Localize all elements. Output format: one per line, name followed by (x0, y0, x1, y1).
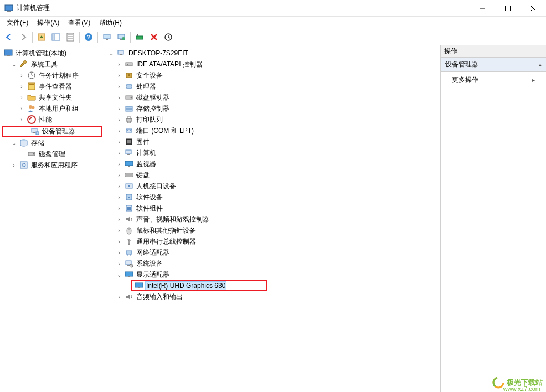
device-category[interactable]: ›软件设备 (105, 192, 440, 203)
expand-icon[interactable]: › (115, 226, 123, 234)
expand-icon[interactable]: › (115, 160, 123, 168)
device-category[interactable]: ›计算机 (105, 147, 440, 158)
svg-rect-26 (4, 50, 12, 55)
expand-icon[interactable]: › (115, 60, 123, 68)
tree-task-scheduler[interactable]: › 任务计划程序 (0, 70, 105, 81)
expand-icon[interactable]: › (115, 149, 123, 157)
expand-icon[interactable]: › (18, 82, 25, 90)
view-devices-button[interactable] (100, 30, 114, 44)
device-category[interactable]: ›安全设备 (105, 70, 440, 81)
svg-rect-22 (137, 34, 138, 36)
mouse-icon (125, 226, 133, 235)
help-button[interactable]: ? (82, 30, 95, 44)
tree-event-viewer[interactable]: › 事件查看器 (0, 81, 105, 92)
expand-icon[interactable]: › (18, 94, 25, 101)
device-root[interactable]: ⌄ DESKTOP-7S29EIT (105, 48, 440, 59)
expand-icon[interactable]: › (115, 105, 123, 112)
tree-device-manager[interactable]: 设备管理器 (2, 126, 102, 137)
device-category[interactable]: ›处理器 (105, 81, 440, 92)
window-title: 计算机管理 (17, 3, 470, 13)
expand-icon[interactable]: › (115, 138, 123, 146)
back-button[interactable] (2, 30, 16, 44)
expand-icon[interactable]: › (115, 193, 123, 201)
device-display-adapters[interactable]: ⌄ 显示适配器 (105, 269, 440, 280)
device-category[interactable]: ›鼠标和其他指针设备 (105, 225, 440, 236)
tree-label: 软件设备 (135, 192, 164, 203)
expand-icon[interactable]: › (18, 116, 25, 123)
expand-icon[interactable]: › (115, 127, 123, 135)
collapse-icon[interactable]: ⌄ (10, 60, 18, 68)
expand-icon[interactable]: › (18, 105, 25, 112)
tree-storage[interactable]: ⌄ 存储 (0, 137, 105, 148)
device-gpu[interactable]: Intel(R) UHD Graphics 630 (105, 280, 440, 291)
expand-icon[interactable]: › (115, 171, 123, 179)
device-audio-io[interactable]: › 音频输入和输出 (105, 291, 440, 302)
tree-root[interactable]: 计算机管理(本地) (0, 48, 105, 59)
collapse-icon[interactable]: ⌄ (10, 139, 18, 147)
device-category[interactable]: ›端口 (COM 和 LPT) (105, 125, 440, 136)
forward-button[interactable] (17, 30, 30, 44)
svg-point-88 (130, 264, 133, 267)
tree-label: 处理器 (135, 81, 157, 92)
tree-label: 存储 (30, 138, 45, 148)
clock-icon (27, 71, 36, 80)
expand-icon[interactable]: › (115, 215, 123, 223)
device-category[interactable]: ›声音、视频和游戏控制器 (105, 214, 440, 225)
tree-label: 打印队列 (135, 115, 164, 125)
tree-services-apps[interactable]: › 服务和应用程序 (0, 159, 105, 171)
up-button[interactable] (35, 30, 48, 44)
actions-section[interactable]: 设备管理器 ▴ (441, 58, 546, 72)
device-category[interactable]: ›通用串行总线控制器 (105, 236, 440, 247)
actions-more[interactable]: 更多操作 ▸ (441, 72, 546, 88)
device-category[interactable]: ›存储控制器 (105, 103, 440, 114)
collapse-icon[interactable]: ⌄ (107, 49, 115, 57)
device-category[interactable]: ›网络适配器 (105, 247, 440, 258)
show-hide-tree-button[interactable] (49, 30, 63, 44)
device-category[interactable]: ›磁盘驱动器 (105, 92, 440, 103)
tree-shared-folders[interactable]: › 共享文件夹 (0, 92, 105, 103)
svg-rect-91 (135, 283, 143, 287)
device-category[interactable]: ›打印队列 (105, 114, 440, 125)
update-driver-button[interactable] (162, 30, 175, 44)
tree-performance[interactable]: › 性能 (0, 114, 105, 125)
view-resources-button[interactable] (115, 30, 128, 44)
tree-disk-mgmt[interactable]: 磁盘管理 (0, 148, 105, 159)
uninstall-button[interactable] (147, 30, 161, 44)
expand-icon[interactable]: › (115, 204, 123, 212)
expand-icon[interactable]: › (10, 161, 18, 169)
device-category[interactable]: ›键盘 (105, 169, 440, 180)
device-category[interactable]: ›人机接口设备 (105, 180, 440, 192)
menu-file[interactable]: 文件(F) (2, 17, 33, 29)
close-button[interactable] (521, 0, 546, 17)
menu-help[interactable]: 帮助(H) (95, 17, 126, 29)
device-category[interactable]: ›软件组件 (105, 203, 440, 214)
expand-icon[interactable]: › (115, 249, 123, 256)
svg-rect-0 (5, 5, 13, 11)
device-category[interactable]: ›监视器 (105, 158, 440, 169)
menu-view[interactable]: 查看(V) (64, 17, 95, 29)
properties-button[interactable] (64, 30, 77, 44)
expand-icon[interactable]: › (115, 293, 123, 301)
expand-icon[interactable]: › (115, 260, 123, 267)
expand-icon[interactable]: › (115, 94, 123, 101)
tree-system-tools[interactable]: ⌄ 系统工具 (0, 59, 105, 70)
toolbar-separator (79, 32, 80, 43)
expand-icon[interactable]: › (115, 116, 123, 123)
device-category[interactable]: ›固件 (105, 136, 440, 147)
tree-local-users[interactable]: › 本地用户和组 (0, 103, 105, 114)
menu-action[interactable]: 操作(A) (33, 17, 64, 29)
device-category[interactable]: ›系统设备 (105, 258, 440, 269)
expand-icon[interactable]: › (115, 182, 123, 190)
svg-rect-64 (127, 140, 131, 143)
minimize-button[interactable] (470, 0, 495, 17)
expand-icon[interactable]: › (18, 71, 25, 79)
expand-icon[interactable]: › (115, 82, 123, 90)
event-icon (27, 82, 36, 91)
tree-label: 存储控制器 (135, 104, 171, 114)
collapse-icon[interactable]: ⌄ (115, 271, 123, 278)
scan-hardware-button[interactable] (133, 30, 146, 44)
device-category[interactable]: ›IDE ATA/ATAPI 控制器 (105, 59, 440, 70)
expand-icon[interactable]: › (115, 238, 123, 245)
maximize-button[interactable] (495, 0, 521, 17)
expand-icon[interactable]: › (115, 71, 123, 79)
